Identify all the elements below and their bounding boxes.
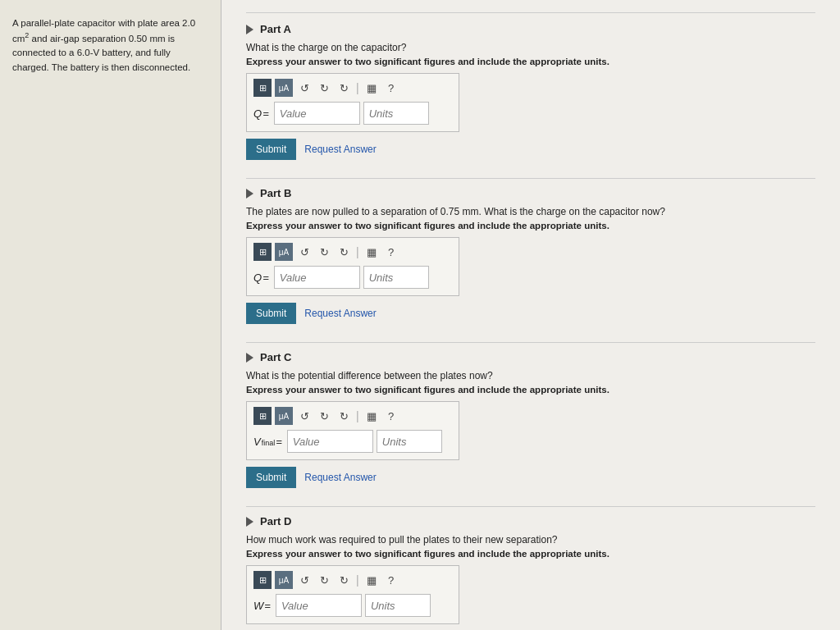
part-b-eq-label: Q =: [253, 272, 269, 284]
part-d-toolbar: ⊞ μA ↺ ↻ ↻ | ▦ ?: [253, 571, 452, 589]
part-c-actions: Submit Request Answer: [246, 467, 815, 488]
left-panel: A parallel-plate capacitor with plate ar…: [0, 0, 221, 630]
collapse-icon-b[interactable]: [246, 189, 253, 199]
redo-icon-d[interactable]: ↻: [316, 572, 332, 588]
redo-icon-a[interactable]: ↻: [316, 80, 332, 96]
refresh-icon-d[interactable]: ↻: [336, 572, 352, 588]
part-b-actions: Submit Request Answer: [246, 303, 815, 324]
part-a-toolbar: ⊞ μA ↺ ↻ ↻ | ▦ ?: [253, 79, 452, 97]
help-icon-c[interactable]: ?: [383, 408, 399, 424]
part-b-question: The plates are now pulled to a separatio…: [246, 206, 815, 217]
main-content: Part A What is the charge on the capacit…: [221, 0, 840, 630]
part-c-label: Part C: [260, 351, 291, 363]
undo-icon-c[interactable]: ↺: [296, 408, 313, 424]
part-b-section: Part B The plates are now pulled to a se…: [246, 187, 815, 324]
image-icon-b[interactable]: ▦: [363, 244, 380, 260]
part-c-question: What is the potential difference between…: [246, 370, 815, 381]
part-a-request-link[interactable]: Request Answer: [304, 144, 376, 155]
part-d-header: Part D: [246, 515, 815, 527]
image-icon-a[interactable]: ▦: [363, 80, 380, 96]
part-a-section: Part A What is the charge on the capacit…: [246, 23, 815, 160]
part-d-question: How much work was required to pull the p…: [246, 534, 815, 546]
undo-icon-a[interactable]: ↺: [296, 80, 313, 96]
collapse-icon-d[interactable]: [246, 517, 253, 527]
part-d-label: Part D: [260, 515, 291, 527]
part-a-label: Part A: [260, 23, 291, 35]
grid-button-a[interactable]: ⊞: [253, 79, 272, 97]
part-d-input-row: W =: [253, 594, 452, 617]
part-a-eq-label: Q =: [253, 107, 269, 120]
help-icon-d[interactable]: ?: [383, 572, 399, 588]
part-a-instruction: Express your answer to two significant f…: [246, 57, 815, 66]
part-a-question: What is the charge on the capacitor?: [246, 42, 815, 53]
part-a-answer-box: ⊞ μA ↺ ↻ ↻ | ▦ ? Q =: [246, 73, 459, 132]
part-a-input-row: Q =: [253, 102, 452, 125]
part-a-header: Part A: [246, 23, 815, 35]
refresh-icon-c[interactable]: ↻: [336, 408, 352, 424]
part-c-answer-box: ⊞ μA ↺ ↻ ↻ | ▦ ? Vfinal =: [246, 401, 459, 460]
help-icon-a[interactable]: ?: [383, 80, 399, 96]
collapse-icon-a[interactable]: [246, 25, 253, 34]
sep-a: |: [356, 81, 359, 94]
part-b-instruction: Express your answer to two significant f…: [246, 221, 815, 231]
part-b-header: Part B: [246, 187, 815, 199]
part-d-section: Part D How much work was required to pul…: [246, 515, 815, 624]
part-c-value-input[interactable]: [287, 430, 373, 453]
part-c-input-row: Vfinal =: [253, 430, 452, 453]
part-d-answer-box: ⊞ μA ↺ ↻ ↻ | ▦ ? W =: [246, 565, 459, 624]
part-d-units-input[interactable]: [365, 594, 431, 617]
refresh-icon-a[interactable]: ↻: [336, 80, 352, 96]
part-b-input-row: Q =: [253, 266, 452, 289]
sep-c: |: [356, 409, 359, 422]
part-c-instruction: Express your answer to two significant f…: [246, 385, 815, 395]
image-icon-d[interactable]: ▦: [363, 572, 380, 588]
undo-icon-d[interactable]: ↺: [296, 572, 313, 588]
part-c-submit-button[interactable]: Submit: [246, 467, 296, 488]
problem-text: A parallel-plate capacitor with plate ar…: [12, 16, 208, 75]
formula-button-a[interactable]: μA: [275, 79, 293, 97]
image-icon-c[interactable]: ▦: [363, 408, 380, 424]
part-d-instruction: Express your answer to two significant f…: [246, 549, 815, 559]
part-c-units-input[interactable]: [377, 430, 442, 453]
formula-button-c[interactable]: μA: [275, 407, 293, 425]
undo-icon-b[interactable]: ↺: [296, 244, 313, 260]
part-b-toolbar: ⊞ μA ↺ ↻ ↻ | ▦ ?: [253, 243, 452, 261]
part-c-header: Part C: [246, 351, 815, 363]
grid-button-b[interactable]: ⊞: [253, 243, 272, 261]
part-a-actions: Submit Request Answer: [246, 139, 815, 160]
redo-icon-c[interactable]: ↻: [316, 408, 332, 424]
part-a-units-input[interactable]: [363, 102, 429, 125]
grid-button-d[interactable]: ⊞: [253, 571, 272, 589]
part-b-label: Part B: [260, 187, 291, 199]
part-a-submit-button[interactable]: Submit: [246, 139, 296, 160]
part-c-section: Part C What is the potential difference …: [246, 351, 815, 488]
part-c-request-link[interactable]: Request Answer: [304, 472, 376, 483]
part-c-toolbar: ⊞ μA ↺ ↻ ↻ | ▦ ?: [253, 407, 452, 425]
refresh-icon-b[interactable]: ↻: [336, 244, 352, 260]
part-b-units-input[interactable]: [363, 266, 429, 289]
part-d-value-input[interactable]: [276, 594, 362, 617]
grid-button-c[interactable]: ⊞: [253, 407, 272, 425]
help-icon-b[interactable]: ?: [383, 244, 399, 260]
sep-b: |: [356, 245, 359, 258]
part-b-submit-button[interactable]: Submit: [246, 303, 296, 324]
sep-d: |: [356, 573, 359, 587]
formula-button-d[interactable]: μA: [275, 571, 293, 589]
part-b-answer-box: ⊞ μA ↺ ↻ ↻ | ▦ ? Q =: [246, 237, 459, 296]
formula-button-b[interactable]: μA: [275, 243, 293, 261]
redo-icon-b[interactable]: ↻: [316, 244, 332, 260]
part-c-eq-label: Vfinal =: [253, 436, 282, 448]
part-d-eq-label: W =: [253, 600, 271, 612]
part-a-value-input[interactable]: [274, 102, 360, 125]
part-b-request-link[interactable]: Request Answer: [304, 308, 376, 319]
part-b-value-input[interactable]: [274, 266, 360, 289]
collapse-icon-c[interactable]: [246, 353, 253, 363]
